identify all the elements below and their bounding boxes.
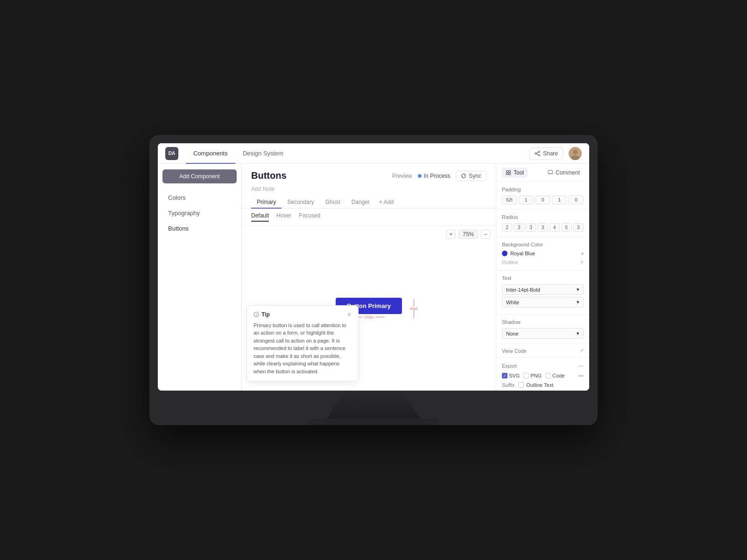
- radius-input-3[interactable]: 3: [537, 223, 548, 232]
- padding-title: Padding: [502, 187, 584, 192]
- svg-rect-13: [507, 173, 508, 175]
- svg-rect-11: [507, 171, 508, 173]
- png-checkbox-input[interactable]: [523, 373, 529, 378]
- status-row: Preview In Process: [392, 171, 486, 181]
- radius-input-0[interactable]: 2: [502, 223, 512, 232]
- zoom-out-button[interactable]: −: [481, 230, 490, 239]
- tab-comment[interactable]: Comment: [544, 168, 584, 178]
- view-code-row[interactable]: View Code ↗: [496, 344, 589, 358]
- state-hover[interactable]: Hover: [276, 212, 291, 222]
- tab-tool[interactable]: Tool: [502, 168, 528, 178]
- padding-input-4[interactable]: 0: [569, 196, 584, 204]
- state-default[interactable]: Default: [251, 212, 269, 222]
- text-font-select[interactable]: Inter-14pt-Bold ▾: [502, 284, 584, 295]
- export-collapse-button[interactable]: —: [578, 363, 584, 369]
- code-checkbox[interactable]: Code: [545, 373, 564, 378]
- radius-input-6[interactable]: 3: [573, 223, 584, 232]
- sidebar-item-colors[interactable]: Colors: [162, 191, 237, 204]
- png-checkbox[interactable]: PNG: [523, 373, 542, 378]
- sidebar-item-buttons[interactable]: Buttons: [162, 222, 237, 235]
- comment-icon: [548, 170, 553, 175]
- chevron-down-icon: ▾: [577, 330, 579, 336]
- outline-text-checkbox[interactable]: [518, 382, 524, 388]
- export-title: Export: [502, 363, 517, 369]
- radius-input-5[interactable]: 5: [561, 223, 571, 232]
- status-badge: In Process: [418, 173, 451, 179]
- tab-ghost[interactable]: Ghost: [320, 196, 346, 208]
- tab-primary[interactable]: Primary: [251, 196, 282, 208]
- chevron-down-icon: ▾: [577, 299, 579, 305]
- zoom-in-button[interactable]: +: [446, 230, 456, 239]
- svg-checkbox[interactable]: SVG: [502, 373, 520, 378]
- sync-icon: [461, 173, 466, 179]
- radius-input-4[interactable]: 4: [550, 223, 560, 232]
- bg-color-row[interactable]: Royal Blue ▾: [502, 251, 584, 256]
- app-body: Add Component Colors Typography Buttons …: [158, 164, 589, 391]
- padding-input-1[interactable]: 1: [519, 196, 534, 204]
- suffix-row: Suffix Outline Text: [502, 382, 584, 388]
- app-header: DA Components Design System: [158, 143, 589, 164]
- tip-panel: Tip ✕ Primary button is used to call att…: [247, 305, 359, 382]
- sidebar-item-typography[interactable]: Typography: [162, 206, 237, 220]
- tip-text: Primary button is used to call attention…: [254, 322, 352, 376]
- bg-color-title: Background Color: [502, 242, 584, 247]
- color-swatch: [502, 251, 507, 256]
- add-component-button[interactable]: Add Component: [162, 169, 237, 183]
- page-title: Buttons: [251, 170, 287, 181]
- radius-title: Radius: [502, 214, 584, 220]
- zoom-control: + 75% −: [446, 230, 490, 239]
- svg-line-3: [536, 152, 539, 153]
- svg-point-9: [256, 313, 257, 314]
- preview-label: Preview: [392, 173, 412, 179]
- svg-rect-14: [509, 173, 511, 175]
- state-focused[interactable]: Focused: [299, 212, 320, 222]
- share-button[interactable]: Share: [529, 147, 563, 160]
- tab-secondary[interactable]: Secondary: [282, 196, 319, 208]
- view-code-arrow-icon: ↗: [579, 348, 584, 354]
- padding-input-0[interactable]: 62t: [502, 196, 517, 204]
- export-header: Export —: [502, 363, 584, 369]
- outline-row: Outline +: [502, 259, 584, 266]
- shadow-select[interactable]: None ▾: [502, 328, 584, 339]
- tab-components[interactable]: Components: [186, 143, 235, 164]
- tab-add[interactable]: + Add: [375, 196, 397, 208]
- tab-design-system[interactable]: Design System: [235, 143, 291, 164]
- padding-input-2[interactable]: 0: [536, 196, 550, 204]
- title-row: Buttons Preview In Process: [251, 170, 486, 181]
- add-note[interactable]: Add Note: [251, 186, 486, 192]
- padding-input-3[interactable]: 1: [552, 196, 567, 204]
- outline-text-label: Outline Text: [526, 382, 553, 388]
- sidebar: Add Component Colors Typography Buttons: [158, 164, 242, 391]
- padding-inputs: 62t 1 0 1 0: [502, 196, 584, 204]
- suffix-label: Suffix: [502, 382, 514, 388]
- bg-color-section: Background Color Royal Blue ▾ Outline +: [496, 237, 589, 271]
- tip-close-button[interactable]: ✕: [347, 311, 352, 318]
- panel-header: Tool Comment: [496, 164, 589, 182]
- tip-title: Tip: [254, 311, 270, 318]
- outline-plus-button[interactable]: +: [580, 259, 584, 266]
- monitor-base: [308, 419, 439, 425]
- tool-icon: [506, 170, 511, 175]
- export-options: SVG PNG Code •••: [502, 373, 584, 378]
- radius-input-2[interactable]: 3: [526, 223, 536, 232]
- dim-right: 40px: [410, 306, 418, 310]
- svg-point-0: [538, 151, 540, 152]
- svg-point-6: [573, 150, 578, 154]
- chevron-down-icon: ▾: [581, 251, 584, 256]
- tab-danger[interactable]: Danger: [346, 196, 375, 208]
- code-checkbox-input[interactable]: [545, 373, 551, 378]
- radius-input-1[interactable]: 3: [514, 223, 524, 232]
- text-color-select[interactable]: White ▾: [502, 297, 584, 308]
- export-section: Export — SVG PNG: [496, 358, 589, 391]
- export-more-button[interactable]: •••: [578, 373, 584, 378]
- svg-checkbox-input[interactable]: [502, 373, 507, 378]
- radius-section: Radius 2 3 3 3 4 5 3: [496, 210, 589, 237]
- content-header: Buttons Preview In Process: [242, 164, 496, 209]
- svg-rect-15: [548, 170, 553, 174]
- zoom-level[interactable]: 75%: [458, 230, 478, 239]
- outline-label: Outline: [502, 259, 518, 265]
- svg-line-4: [536, 154, 539, 154]
- tip-icon: [254, 312, 259, 317]
- share-icon: [535, 151, 540, 156]
- sync-button[interactable]: Sync: [456, 171, 486, 181]
